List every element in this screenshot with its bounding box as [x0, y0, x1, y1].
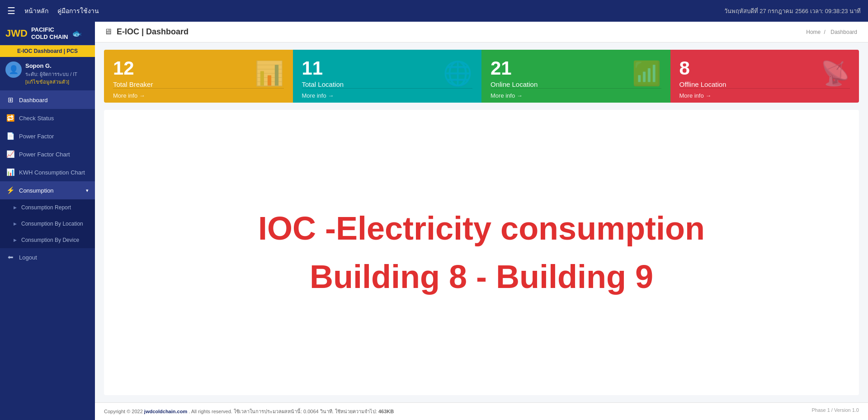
display-line1: IOC -Electricity consumption [258, 209, 705, 248]
page-title: E-IOC | Dashboard [117, 27, 189, 37]
top-bar: ☰ หน้าหลัก คู่มือการใช้งาน วันพฤหัสบดีที… [0, 0, 868, 22]
top-bar-datetime: วันพฤหัสบดีที่ 27 กรกฎาคม 2566 เวลา: 09:… [724, 6, 861, 16]
footer: Copyright © 2022 jwdcoldchain.com . All … [95, 402, 868, 420]
stat-cards: 12 Total Breaker 📊 More info → 11 Total … [104, 50, 859, 103]
logout-icon: ⬅ [6, 253, 14, 261]
user-avatar: 👤 [5, 61, 22, 78]
footer-memory: ใช้หน่วยความจำไป: [335, 409, 377, 414]
stat-icon-location: 🌐 [443, 60, 472, 87]
main-display-area: IOC -Electricity consumption Building 8 … [104, 110, 859, 395]
breadcrumb-separator: / [824, 29, 827, 35]
sidebar-item-power-factor[interactable]: 📄 Power Factor [0, 127, 95, 145]
breadcrumb-current: Dashboard [830, 29, 857, 35]
stat-footer-online[interactable]: More info → [491, 88, 661, 103]
logo-text-area: PACIFIC COLD CHAIN [31, 26, 68, 40]
footer-memory-value: 463KB [378, 409, 394, 414]
sidebar-item-power-factor-chart[interactable]: 📈 Power Factor Chart [0, 145, 95, 163]
stat-icon-breaker: 📊 [255, 60, 284, 87]
user-edit-link[interactable]: [แก้ไขข้อมูลส่วนตัว] [25, 79, 69, 85]
breadcrumb: Home / Dashboard [806, 29, 859, 35]
footer-process-time: ใช้เวลาในการประมวลผลหน้านี้: 0.0064 วินา… [234, 409, 334, 414]
top-bar-left: ☰ หน้าหลัก คู่มือการใช้งาน [7, 5, 99, 16]
page-title-icon: 🖥 [104, 27, 112, 37]
stat-footer-breaker[interactable]: More info → [113, 88, 284, 103]
logo-fish-icon: 🐟 [72, 28, 82, 38]
sidebar-logo: JWD PACIFIC COLD CHAIN 🐟 [0, 22, 95, 45]
consumption-location-label: Consumption By Location [21, 221, 89, 227]
stat-card-online-location: 21 Online Location 📶 More info → [481, 50, 670, 103]
check-status-label: Check Status [19, 115, 89, 122]
user-info: Sopon G. ระดับ: ผู้จัดการระบบ / IT [แก้ไ… [25, 61, 77, 86]
app-body: JWD PACIFIC COLD CHAIN 🐟 E-IOC Dashboard… [0, 22, 868, 420]
power-factor-label: Power Factor [19, 133, 89, 140]
dashboard-label: Dashboard [19, 97, 89, 104]
sidebar-item-kwh-consumption[interactable]: 📊 KWH Consumption Chart [0, 163, 95, 181]
page-header: 🖥 E-IOC | Dashboard Home / Dashboard [95, 22, 868, 42]
sidebar-item-consumption-device[interactable]: Consumption By Device [0, 232, 95, 248]
sidebar-item-logout[interactable]: ⬅ Logout [0, 248, 95, 266]
stat-footer-offline[interactable]: More info → [679, 88, 850, 103]
sidebar-item-dashboard[interactable]: ⊞ Dashboard [0, 91, 95, 109]
sidebar-item-consumption[interactable]: ⚡ Consumption ▾ [0, 181, 95, 199]
consumption-submenu: Consumption Report Consumption By Locati… [0, 199, 95, 248]
logo-jwd-text: JWD [5, 28, 28, 39]
consumption-icon: ⚡ [6, 186, 14, 194]
stat-card-total-location: 11 Total Location 🌐 More info → [293, 50, 482, 103]
sidebar: JWD PACIFIC COLD CHAIN 🐟 E-IOC Dashboard… [0, 22, 95, 420]
stat-card-total-breaker: 12 Total Breaker 📊 More info → [104, 50, 293, 103]
sidebar-item-consumption-location[interactable]: Consumption By Location [0, 216, 95, 232]
main-content: 🖥 E-IOC | Dashboard Home / Dashboard 12 … [95, 22, 868, 420]
sidebar-item-consumption-report[interactable]: Consumption Report [0, 199, 95, 216]
kwh-label: KWH Consumption Chart [19, 169, 89, 176]
breadcrumb-home-link[interactable]: Home [806, 29, 821, 35]
sidebar-user: 👤 Sopon G. ระดับ: ผู้จัดการระบบ / IT [แก… [0, 57, 95, 91]
consumption-device-label: Consumption By Device [21, 237, 89, 243]
stat-icon-online: 📶 [632, 60, 661, 87]
logo-icon: JWD [5, 28, 28, 39]
consumption-report-label: Consumption Report [21, 204, 89, 211]
power-factor-icon: 📄 [6, 132, 14, 140]
hamburger-icon[interactable]: ☰ [7, 5, 15, 16]
display-line2: Building 8 - Building 9 [310, 257, 653, 296]
sidebar-item-check-status[interactable]: 🔁 Check Status [0, 109, 95, 127]
kwh-icon: 📊 [6, 168, 14, 176]
stat-card-offline-location: 8 Offline Location 📡 More info → [670, 50, 859, 103]
footer-brand-link[interactable]: jwdcoldchain.com [144, 409, 187, 414]
footer-rights: . All rights reserved. [189, 409, 232, 414]
consumption-label: Consumption [19, 187, 81, 194]
nav-home-link[interactable]: หน้าหลัก [24, 6, 48, 16]
check-status-icon: 🔁 [6, 114, 14, 122]
user-name: Sopon G. [25, 61, 77, 71]
consumption-arrow-icon: ▾ [86, 188, 89, 193]
dashboard-icon: ⊞ [6, 96, 14, 104]
stat-footer-location[interactable]: More info → [302, 88, 473, 103]
logo-pacific: PACIFIC [31, 26, 68, 33]
logout-label: Logout [19, 254, 89, 261]
user-role: ระดับ: ผู้จัดการระบบ / IT [25, 71, 77, 78]
footer-left: Copyright © 2022 jwdcoldchain.com . All … [104, 407, 394, 415]
power-factor-chart-label: Power Factor Chart [19, 151, 89, 158]
sidebar-nav: ⊞ Dashboard 🔁 Check Status 📄 Power Facto… [0, 91, 95, 420]
footer-copyright: Copyright © 2022 [104, 409, 143, 414]
logo-cold-chain: COLD CHAIN [31, 33, 68, 41]
footer-version: Phase 1 / Version 1.0 [811, 407, 859, 415]
stat-icon-offline: 📡 [821, 60, 850, 87]
nav-guide-link[interactable]: คู่มือการใช้งาน [57, 6, 99, 16]
sidebar-badge: E-IOC Dashboard | PCS [0, 45, 95, 57]
power-factor-chart-icon: 📈 [6, 150, 14, 158]
page-title-area: 🖥 E-IOC | Dashboard [104, 27, 189, 37]
